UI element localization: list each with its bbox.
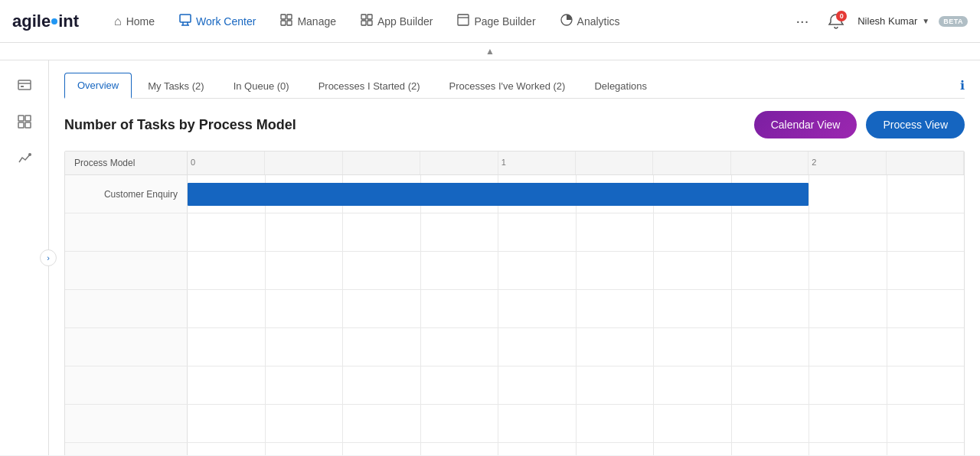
calendar-view-button[interactable]: Calendar View <box>754 111 858 138</box>
chart-data-row-0: Customer Enquiry <box>65 175 964 213</box>
home-icon: ⌂ <box>114 15 122 28</box>
sidebar-expand-button[interactable]: › <box>40 249 57 266</box>
nav-appbuilder[interactable]: App Builder <box>350 8 443 35</box>
empty-row-6 <box>65 405 964 443</box>
empty-row-7 <box>65 443 964 455</box>
sidebar-wrapper: › <box>0 60 49 455</box>
svg-rect-5 <box>287 15 292 19</box>
main-content: Overview My Tasks (2) In Queue (0) Proce… <box>49 60 980 455</box>
svg-rect-20 <box>25 122 31 128</box>
svg-rect-6 <box>281 21 286 25</box>
svg-rect-10 <box>361 21 366 25</box>
process-view-button[interactable]: Process View <box>866 111 965 138</box>
nav-analytics[interactable]: Analytics <box>550 8 631 35</box>
svg-rect-11 <box>368 21 372 25</box>
appbuilder-icon <box>361 14 373 29</box>
logo-dot <box>51 18 57 24</box>
user-menu[interactable]: Nilesh Kumar ▼ <box>858 15 929 27</box>
tab-in-queue[interactable]: In Queue (0) <box>220 73 302 99</box>
notifications-button[interactable]: 0 <box>824 9 848 34</box>
nav-home[interactable]: ⌂ Home <box>103 8 165 34</box>
svg-rect-12 <box>458 15 469 25</box>
axis-tick-7 <box>731 151 808 174</box>
nav-home-label: Home <box>126 15 155 28</box>
svg-rect-16 <box>21 86 24 87</box>
nav-manage-label: Manage <box>297 15 336 28</box>
empty-row-5 <box>65 366 964 405</box>
tabs-bar: Overview My Tasks (2) In Queue (0) Proce… <box>64 73 965 99</box>
svg-rect-18 <box>25 116 31 121</box>
chart-container: Process Model 0 1 2 <box>64 151 965 455</box>
axis-tick-3 <box>420 151 498 174</box>
nav-appbuilder-label: App Builder <box>377 15 433 28</box>
axis-tick-2 <box>343 151 420 174</box>
tab-my-tasks[interactable]: My Tasks (2) <box>135 73 217 99</box>
top-navigation: agile int ⌂ Home Work Center Manage App … <box>0 0 980 43</box>
axis-tick-5 <box>576 151 653 174</box>
notification-badge: 0 <box>836 11 847 21</box>
workcenter-icon <box>179 14 191 29</box>
axis-tick-1 <box>265 151 342 174</box>
analytics-icon <box>560 14 573 29</box>
axis-tick-8: 2 <box>808 151 886 174</box>
tab-overview[interactable]: Overview <box>64 73 132 99</box>
axis-tick-9 <box>887 151 964 174</box>
row-label-0: Customer Enquiry <box>65 175 188 213</box>
tab-processes-worked[interactable]: Processes I've Worked (2) <box>436 73 579 99</box>
svg-rect-17 <box>18 116 24 121</box>
empty-row-4 <box>65 328 964 366</box>
chart-axis-row: 0 1 2 <box>188 151 964 174</box>
tab-processes-started[interactable]: Processes I Started (2) <box>305 73 433 99</box>
axis-tick-6 <box>653 151 730 174</box>
nav-right: ··· 0 Nilesh Kumar ▼ BETA <box>790 9 968 34</box>
collapse-icon: ▲ <box>485 46 495 57</box>
svg-rect-7 <box>287 21 292 25</box>
axis-tick-4: 1 <box>498 151 576 174</box>
nav-items: ⌂ Home Work Center Manage App Builder <box>103 8 790 35</box>
beta-badge: BETA <box>939 16 968 27</box>
svg-point-21 <box>28 153 31 156</box>
sidebar-item-inbox[interactable] <box>9 70 40 100</box>
sidebar-item-grid[interactable] <box>9 106 40 137</box>
svg-rect-4 <box>281 15 286 19</box>
chart-col-header: Process Model <box>65 151 188 174</box>
nav-workcenter[interactable]: Work Center <box>168 8 266 35</box>
svg-rect-15 <box>18 80 31 90</box>
empty-row-3 <box>65 290 964 328</box>
empty-row-2 <box>65 252 964 290</box>
svg-rect-0 <box>180 15 191 22</box>
chevron-down-icon: ▼ <box>922 17 929 25</box>
process-model-label: Process Model <box>74 158 135 168</box>
pagebuilder-icon <box>457 14 469 29</box>
tab-delegations[interactable]: Delegations <box>581 73 660 99</box>
nav-more-button[interactable]: ··· <box>790 9 815 33</box>
view-buttons: Calendar View Process View <box>754 111 965 138</box>
collapse-bar[interactable]: ▲ <box>0 43 980 60</box>
svg-rect-8 <box>361 15 366 19</box>
nav-workcenter-label: Work Center <box>196 15 256 28</box>
sidebar-item-analytics[interactable] <box>9 143 40 174</box>
axis-tick-0: 0 <box>188 151 265 174</box>
user-name: Nilesh Kumar <box>858 15 917 27</box>
row-bar-area-0 <box>188 175 964 213</box>
chart-header-row: Process Model 0 1 2 <box>65 151 964 175</box>
manage-icon <box>280 14 292 29</box>
nav-analytics-label: Analytics <box>577 15 620 28</box>
chart-title: Number of Tasks by Process Model <box>64 117 296 133</box>
svg-rect-19 <box>18 122 24 128</box>
svg-rect-9 <box>368 15 372 19</box>
empty-row-1 <box>65 213 964 252</box>
content-header: Number of Tasks by Process Model Calenda… <box>64 111 965 138</box>
nav-pagebuilder-label: Page Builder <box>474 15 535 28</box>
tab-info-icon[interactable]: ℹ <box>960 78 965 93</box>
nav-manage[interactable]: Manage <box>270 8 347 35</box>
main-layout: › Overview My Tasks (2) In Queue (0) Pro… <box>0 60 980 455</box>
bar-customer-enquiry <box>188 183 808 206</box>
nav-pagebuilder[interactable]: Page Builder <box>446 8 546 35</box>
logo: agile int <box>12 11 79 31</box>
